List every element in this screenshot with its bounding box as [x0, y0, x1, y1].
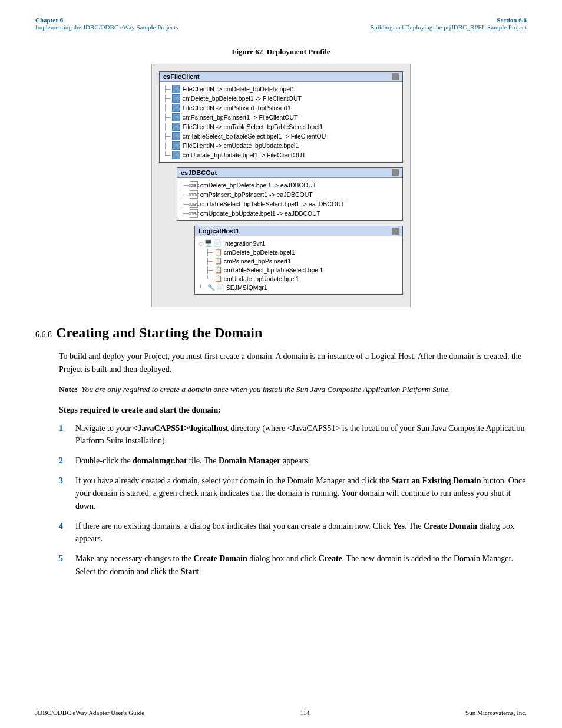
jdbc-icon: JDBC	[190, 200, 198, 208]
integration-svr1-label: IntegrationSvr1	[223, 240, 265, 247]
section-subtitle: Building and Deploying the prjJDBC_BPEL …	[370, 24, 527, 31]
window-esfileclient: esFileClient ├─ f FileClientIN -> cmDele…	[159, 71, 403, 163]
close-icon	[392, 228, 399, 235]
step-3-number: 3	[59, 475, 70, 513]
list-item: ├─ f FileClientIN -> cmDelete_bpDelete.b…	[163, 84, 399, 94]
footer-center: 114	[300, 709, 310, 716]
file-icon: f	[172, 141, 180, 150]
list-item: ├─ f cmDelete_bpDelete.bpel1 -> FileClie…	[163, 94, 399, 103]
list-item: ├─ f FileClientIN -> cmTableSelect_bpTab…	[163, 122, 399, 131]
step-4-text: If there are no existing domains, a dial…	[75, 520, 527, 545]
header-left: Chapter 6 Implementing the JDBC/ODBC eWa…	[35, 17, 178, 31]
list-item: ├─ 📋 cmTableSelect_bpTableSelect.bpel1	[206, 265, 399, 274]
step-4-number: 4	[59, 520, 70, 545]
diagram-container: esFileClient ├─ f FileClientIN -> cmDele…	[151, 64, 411, 307]
page-footer: JDBC/ODBC eWay Adapter User's Guide 114 …	[0, 709, 562, 716]
note-block: Note: You are only required to create a …	[59, 384, 527, 396]
window-esjdbcout-title: esJDBCOut	[181, 169, 217, 176]
note-label: Note:	[59, 385, 77, 394]
list-item: ├─ JDBC cmPsInsert_bpPsInsert1 -> eaJDBC…	[181, 190, 399, 199]
footer-right: Sun Microsystems, Inc.	[465, 709, 527, 716]
section-number: 6.6.8	[35, 330, 52, 339]
step-1: 1 Navigate to your <JavaCAPS51>\logicalh…	[59, 422, 527, 447]
main-content: Figure 62 Deployment Profile esFileClien…	[0, 35, 562, 609]
step-5-text: Make any necessary changes to the Create…	[75, 552, 527, 578]
body-paragraph: To build and deploy your Project, you mu…	[59, 350, 527, 375]
list-item: ├─ 📋 cmDelete_bpDelete.bpel1	[206, 248, 399, 256]
close-icon	[392, 169, 399, 176]
close-icon	[392, 73, 399, 80]
list-item: ├─ JDBC cmDelete_bpDelete.bpel1 -> eaJDB…	[181, 180, 399, 190]
jdbc-icon: JDBC	[190, 209, 198, 218]
window-logicalhost1: LogicalHost1 ◇ 🖥️ 📄 IntegrationSvr1 ├─ 📋…	[194, 226, 403, 295]
file-icon: f	[172, 113, 180, 121]
jdbc-icon: JDBC	[190, 190, 198, 199]
figure-number: Figure 62	[232, 47, 263, 56]
jdbc-icon: JDBC	[190, 181, 198, 189]
list-item: ├─ f cmTableSelect_bpTableSelect.bpel1 -…	[163, 131, 399, 141]
window-logicalhost1-content: ◇ 🖥️ 📄 IntegrationSvr1 ├─ 📋 cmDelete_bpD…	[195, 236, 402, 294]
file-icon: f	[172, 132, 180, 140]
step-2-number: 2	[59, 454, 70, 467]
chapter-label: Chapter 6	[35, 17, 63, 24]
step-1-number: 1	[59, 422, 70, 447]
list-item: └─ f cmUpdate_bpUpdate.bpel1 -> FileClie…	[163, 150, 399, 160]
step-2: 2 Double-click the domainmgr.bat file. T…	[59, 454, 527, 467]
list-item: └─ 🔧 📄 SEJMSIQMgr1	[199, 283, 399, 292]
window-esjdbcout-titlebar: esJDBCOut	[177, 168, 402, 178]
list-item: ├─ f FileClientIN -> cmPsInsert_bpPsInse…	[163, 103, 399, 113]
tree-root: ◇ 🖥️ 📄 IntegrationSvr1	[199, 239, 399, 248]
file-icon: f	[172, 104, 180, 112]
list-item: ├─ f FileClientIN -> cmUpdate_bpUpdate.b…	[163, 141, 399, 150]
page-header: Chapter 6 Implementing the JDBC/ODBC eWa…	[0, 0, 562, 35]
page-container: Chapter 6 Implementing the JDBC/ODBC eWa…	[0, 0, 562, 728]
step-5: 5 Make any necessary changes to the Crea…	[59, 552, 527, 578]
list-item: ├─ f cmPsInsert_bpPsInsert1 -> FileClien…	[163, 113, 399, 122]
list-item: └─ 📋 cmUpdate_bpUpdate.bpel1	[206, 274, 399, 283]
section-label: Section 6.6	[497, 17, 527, 24]
window-logicalhost1-titlebar: LogicalHost1	[195, 226, 402, 236]
sejmsiqmgr1-label: SEJMSIQMgr1	[226, 284, 267, 291]
file-icon: f	[172, 85, 180, 93]
window-logicalhost1-title: LogicalHost1	[199, 228, 239, 235]
list-item: └─ JDBC cmUpdate_bpUpdate.bpel1 -> eaJDB…	[181, 209, 399, 218]
step-2-text: Double-click the domainmgr.bat file. The…	[75, 454, 527, 467]
step-3: 3 If you have already created a domain, …	[59, 475, 527, 513]
window-esjdbcout-content: ├─ JDBC cmDelete_bpDelete.bpel1 -> eaJDB…	[177, 178, 402, 220]
file-icon: f	[172, 123, 180, 131]
window-esjdbcout: esJDBCOut ├─ JDBC cmDelete_bpDelete.bpel…	[177, 167, 403, 221]
section-title: Creating and Starting the Domain	[56, 325, 262, 340]
list-item: ├─ 📋 cmPsInsert_bpPsInsert1	[206, 256, 399, 265]
step-1-text: Navigate to your <JavaCAPS51>\logicalhos…	[75, 422, 527, 447]
steps-heading: Steps required to create and start the d…	[59, 406, 527, 415]
step-5-number: 5	[59, 552, 70, 578]
chapter-subtitle: Implementing the JDBC/ODBC eWay Sample P…	[35, 24, 178, 31]
figure-title: Deployment Profile	[267, 47, 330, 56]
step-3-text: If you have already created a domain, se…	[75, 475, 527, 513]
note-text: You are only required to create a domain…	[81, 385, 450, 394]
figure-caption: Figure 62 Deployment Profile	[35, 47, 527, 57]
window-esfileclient-content: ├─ f FileClientIN -> cmDelete_bpDelete.b…	[160, 82, 402, 162]
step-4: 4 If there are no existing domains, a di…	[59, 520, 527, 545]
window-esfileclient-titlebar: esFileClient	[160, 72, 402, 82]
list-item: ├─ JDBC cmTableSelect_bpTableSelect.bpel…	[181, 199, 399, 209]
footer-left: JDBC/ODBC eWay Adapter User's Guide	[35, 709, 144, 716]
window-esfileclient-title: esFileClient	[163, 73, 200, 80]
section-heading-row: 6.6.8 Creating and Starting the Domain	[35, 325, 527, 341]
header-right: Section 6.6 Building and Deploying the p…	[370, 17, 527, 31]
step-list: 1 Navigate to your <JavaCAPS51>\logicalh…	[59, 422, 527, 578]
file-icon: f	[172, 94, 180, 103]
file-icon: f	[172, 151, 180, 159]
